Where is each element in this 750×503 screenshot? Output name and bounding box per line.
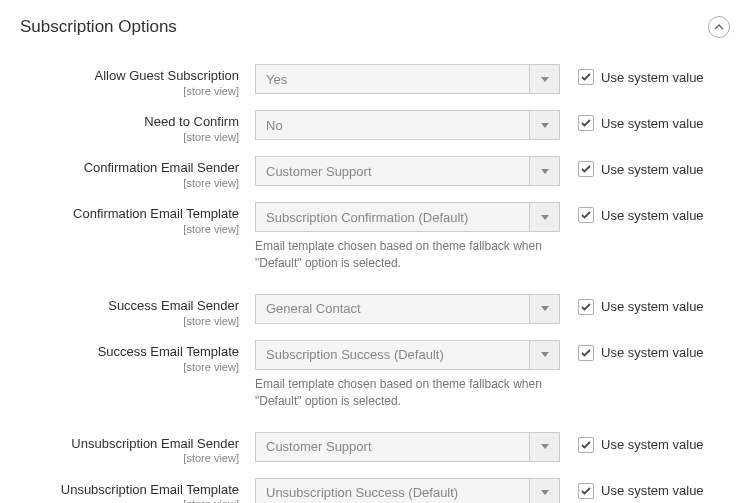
field-label: Confirmation Email Sender [20,160,239,177]
label-column: Unsubscription Email Template [store vie… [20,478,255,503]
caret-down-icon [529,433,559,461]
control-column: Yes [255,64,560,94]
caret-down-icon [529,341,559,369]
field-row-unsub-template: Unsubscription Email Template [store vie… [20,472,730,503]
scope-label: [store view] [20,131,239,144]
caret-down-icon [529,157,559,185]
use-system-checkbox[interactable] [578,115,594,131]
label-column: Success Email Sender [store view] [20,294,255,328]
use-system-label: Use system value [601,208,704,223]
field-row-confirm-sender: Confirmation Email Sender [store view] C… [20,150,730,196]
select-value: No [256,111,529,139]
label-column: Confirmation Email Sender [store view] [20,156,255,190]
field-label: Confirmation Email Template [20,206,239,223]
use-system-label: Use system value [601,162,704,177]
section-header: Subscription Options [0,0,750,50]
template-note: Email template chosen based on theme fal… [255,238,560,272]
caret-down-icon [529,203,559,231]
caret-down-icon [529,111,559,139]
caret-down-icon [529,479,559,503]
chevron-up-icon [714,24,724,30]
select-value: Yes [256,65,529,93]
success-sender-select[interactable]: General Contact [255,294,560,324]
use-system-checkbox[interactable] [578,161,594,177]
use-system-column: Use system value [560,156,730,177]
use-system-checkbox[interactable] [578,437,594,453]
use-system-label: Use system value [601,345,704,360]
use-system-column: Use system value [560,294,730,315]
field-label: Allow Guest Subscription [20,68,239,85]
checkmark-icon [581,165,591,173]
field-label: Unsubscription Email Sender [20,436,239,453]
use-system-checkbox[interactable] [578,207,594,223]
use-system-column: Use system value [560,478,730,499]
label-column: Success Email Template [store view] [20,340,255,374]
checkmark-icon [581,441,591,449]
field-label: Success Email Sender [20,298,239,315]
caret-down-icon [529,295,559,323]
collapse-toggle[interactable] [708,16,730,38]
label-column: Unsubscription Email Sender [store view] [20,432,255,466]
field-row-unsub-sender: Unsubscription Email Sender [store view]… [20,426,730,472]
checkmark-icon [581,211,591,219]
checkmark-icon [581,303,591,311]
control-column: No [255,110,560,140]
unsub-sender-select[interactable]: Customer Support [255,432,560,462]
use-system-checkbox[interactable] [578,345,594,361]
use-system-checkbox[interactable] [578,299,594,315]
section-title: Subscription Options [20,17,177,37]
checkmark-icon [581,73,591,81]
scope-label: [store view] [20,177,239,190]
allow-guest-select[interactable]: Yes [255,64,560,94]
use-system-checkbox[interactable] [578,483,594,499]
scope-label: [store view] [20,361,239,374]
select-value: Customer Support [256,433,529,461]
field-row-confirm-template: Confirmation Email Template [store view]… [20,196,730,278]
label-column: Confirmation Email Template [store view] [20,202,255,236]
field-row-success-sender: Success Email Sender [store view] Genera… [20,288,730,334]
caret-down-icon [529,65,559,93]
confirm-sender-select[interactable]: Customer Support [255,156,560,186]
use-system-column: Use system value [560,64,730,85]
field-label: Need to Confirm [20,114,239,131]
use-system-label: Use system value [601,70,704,85]
select-value: General Contact [256,295,529,323]
scope-label: [store view] [20,498,239,503]
scope-label: [store view] [20,452,239,465]
field-label: Success Email Template [20,344,239,361]
confirm-template-select[interactable]: Subscription Confirmation (Default) [255,202,560,232]
checkmark-icon [581,487,591,495]
field-row-success-template: Success Email Template [store view] Subs… [20,334,730,416]
use-system-label: Use system value [601,116,704,131]
label-column: Allow Guest Subscription [store view] [20,64,255,98]
control-column: Customer Support [255,432,560,462]
field-row-allow-guest: Allow Guest Subscription [store view] Ye… [20,58,730,104]
field-label: Unsubscription Email Template [20,482,239,499]
use-system-column: Use system value [560,202,730,223]
checkmark-icon [581,349,591,357]
use-system-column: Use system value [560,110,730,131]
unsub-template-select[interactable]: Unsubscription Success (Default) [255,478,560,503]
scope-label: [store view] [20,315,239,328]
scope-label: [store view] [20,223,239,236]
control-column: Subscription Success (Default) Email tem… [255,340,560,410]
use-system-column: Use system value [560,340,730,361]
template-note: Email template chosen based on theme fal… [255,376,560,410]
label-column: Need to Confirm [store view] [20,110,255,144]
select-value: Unsubscription Success (Default) [256,479,529,503]
control-column: General Contact [255,294,560,324]
use-system-checkbox[interactable] [578,69,594,85]
control-column: Subscription Confirmation (Default) Emai… [255,202,560,272]
scope-label: [store view] [20,85,239,98]
use-system-label: Use system value [601,483,704,498]
select-value: Subscription Confirmation (Default) [256,203,529,231]
use-system-label: Use system value [601,299,704,314]
select-value: Customer Support [256,157,529,185]
success-template-select[interactable]: Subscription Success (Default) [255,340,560,370]
field-row-need-confirm: Need to Confirm [store view] No Use syst… [20,104,730,150]
control-column: Customer Support [255,156,560,186]
need-confirm-select[interactable]: No [255,110,560,140]
select-value: Subscription Success (Default) [256,341,529,369]
checkmark-icon [581,119,591,127]
control-column: Unsubscription Success (Default) Email t… [255,478,560,503]
